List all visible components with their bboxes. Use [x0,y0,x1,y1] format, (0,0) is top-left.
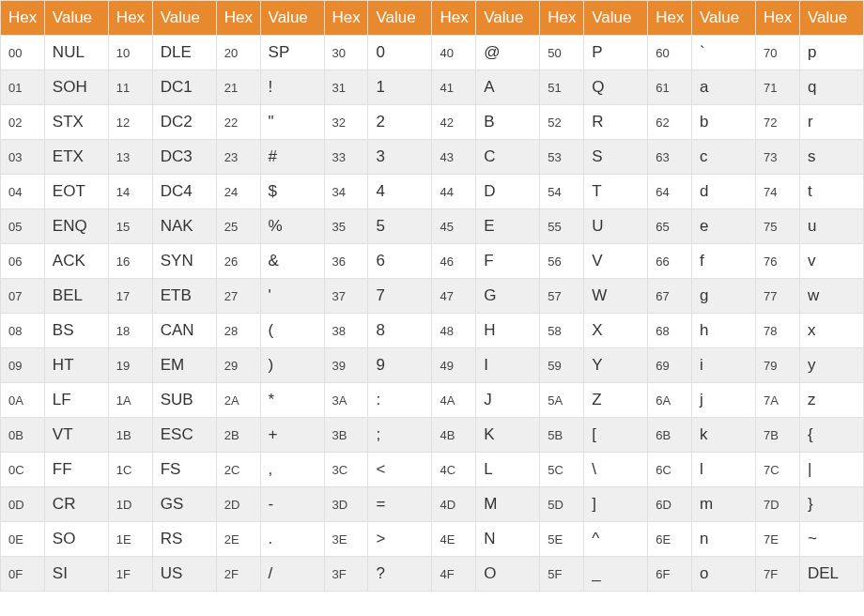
cell-hex: 0D [1,487,45,522]
cell-value: DLE [152,36,216,70]
cell-value: G [476,279,540,314]
cell-value: SP [260,36,324,70]
cell-value: K [476,418,540,453]
cell-value: X [584,314,648,348]
cell-hex: 36 [324,244,368,279]
cell-hex: 08 [1,314,45,348]
table-row: 09HT19EM29)39949I59Y69i79y [1,348,864,383]
cell-value: r [799,105,863,140]
cell-hex: 7D [756,487,800,522]
cell-hex: 5F [540,557,584,592]
cell-value: Y [584,348,648,383]
cell-hex: 44 [432,175,476,209]
cell-value: EM [152,348,216,383]
cell-value: i [692,348,756,383]
cell-hex: 7F [756,557,800,592]
header-value: Value [152,1,216,36]
cell-hex: 7A [756,383,800,418]
cell-hex: 5D [540,487,584,522]
cell-value: 5 [368,209,432,244]
cell-value: - [260,487,324,522]
table-row: 0ESO1ERS2E.3E>4EN5E^6En7E~ [1,522,864,557]
cell-value: ACK [44,244,108,279]
cell-value: ( [260,314,324,348]
cell-value: n [692,522,756,557]
header-value: Value [44,1,108,36]
cell-hex: 6A [648,383,692,418]
cell-hex: 12 [108,105,152,140]
cell-hex: 00 [1,36,45,70]
cell-value: ^ [584,522,648,557]
cell-value: FF [44,453,108,487]
cell-value: J [476,383,540,418]
cell-value: Z [584,383,648,418]
cell-value: e [692,209,756,244]
cell-value: ; [368,418,432,453]
cell-hex: 4D [432,487,476,522]
cell-value: VT [44,418,108,453]
cell-value: | [799,453,863,487]
cell-value: ESC [152,418,216,453]
cell-value: l [692,453,756,487]
cell-hex: 79 [756,348,800,383]
cell-hex: 20 [216,36,260,70]
cell-value: S [584,140,648,175]
cell-hex: 47 [432,279,476,314]
cell-hex: 30 [324,36,368,70]
cell-value: / [260,557,324,592]
cell-value: > [368,522,432,557]
cell-hex: 16 [108,244,152,279]
cell-hex: 3B [324,418,368,453]
cell-value: ~ [799,522,863,557]
cell-value: o [692,557,756,592]
cell-hex: 2D [216,487,260,522]
cell-value: ENQ [44,209,108,244]
table-row: 04EOT14DC424$34444D54T64d74t [1,175,864,209]
cell-hex: 0A [1,383,45,418]
cell-value: STX [44,105,108,140]
cell-hex: 22 [216,105,260,140]
cell-value: ETB [152,279,216,314]
cell-hex: 64 [648,175,692,209]
cell-hex: 6B [648,418,692,453]
cell-hex: 7B [756,418,800,453]
cell-hex: 43 [432,140,476,175]
cell-hex: 01 [1,70,45,105]
table-row: 05ENQ15NAK25%35545E55U65e75u [1,209,864,244]
cell-hex: 0C [1,453,45,487]
cell-value: p [799,36,863,70]
cell-value: DEL [799,557,863,592]
cell-value: SOH [44,70,108,105]
cell-hex: 54 [540,175,584,209]
cell-hex: 7C [756,453,800,487]
cell-hex: 13 [108,140,152,175]
cell-hex: 73 [756,140,800,175]
cell-hex: 28 [216,314,260,348]
cell-hex: 0F [1,557,45,592]
cell-value: , [260,453,324,487]
cell-value: % [260,209,324,244]
cell-value: u [799,209,863,244]
cell-hex: 50 [540,36,584,70]
cell-hex: 40 [432,36,476,70]
cell-hex: 02 [1,105,45,140]
cell-hex: 34 [324,175,368,209]
cell-value: s [799,140,863,175]
cell-hex: 23 [216,140,260,175]
cell-hex: 1F [108,557,152,592]
cell-value: < [368,453,432,487]
cell-value: " [260,105,324,140]
header-hex: Hex [756,1,800,36]
cell-value: O [476,557,540,592]
cell-value: D [476,175,540,209]
cell-value: ] [584,487,648,522]
cell-value: L [476,453,540,487]
cell-hex: 2C [216,453,260,487]
cell-hex: 6E [648,522,692,557]
cell-value: U [584,209,648,244]
table-row: 02STX12DC222"32242B52R62b72r [1,105,864,140]
cell-value: Q [584,70,648,105]
cell-value: SI [44,557,108,592]
cell-hex: 63 [648,140,692,175]
cell-value: SYN [152,244,216,279]
